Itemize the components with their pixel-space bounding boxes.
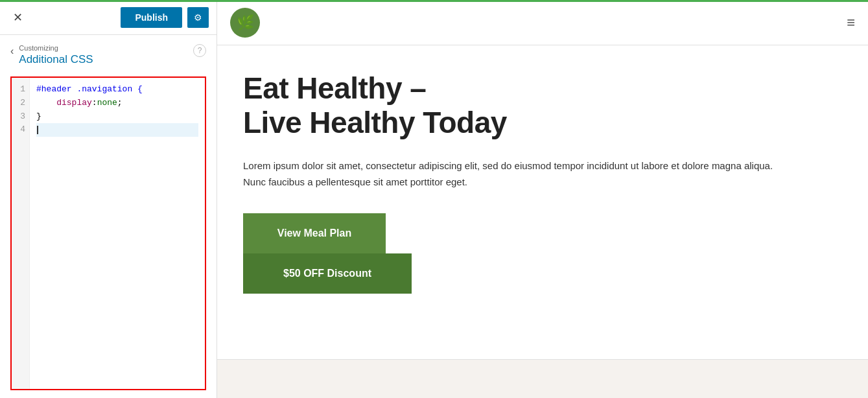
hero-description: Lorem ipsum dolor sit amet, consectetur … bbox=[243, 158, 775, 191]
gear-button[interactable]: ⚙ bbox=[187, 7, 209, 28]
discount-button[interactable]: $50 OFF Discount bbox=[243, 253, 412, 294]
customizer-title: Additional CSS bbox=[19, 53, 193, 66]
customizer-header: ‹ Customizing Additional CSS ? bbox=[0, 35, 217, 69]
line-numbers: 1 2 3 4 bbox=[12, 78, 30, 389]
code-line-3: } bbox=[36, 110, 198, 124]
help-icon[interactable]: ? bbox=[193, 44, 206, 57]
hero-title-line1: Eat Healthy – bbox=[243, 71, 426, 105]
css-selector: #header .navigation { bbox=[36, 83, 143, 97]
code-content[interactable]: #header .navigation { display: none; } bbox=[30, 78, 205, 389]
customizer-title-group: Customizing Additional CSS bbox=[19, 44, 193, 66]
line-number-4: 4 bbox=[16, 123, 25, 137]
hero-title-line2: Live Healthy Today bbox=[243, 106, 507, 139]
preview-header: 🌿 ≡ bbox=[217, 0, 868, 45]
code-line-2: display: none; bbox=[36, 97, 198, 110]
preview-footer bbox=[217, 359, 868, 398]
publish-button[interactable]: Publish bbox=[121, 7, 182, 28]
css-value: none bbox=[97, 97, 117, 110]
close-button[interactable]: ✕ bbox=[8, 8, 28, 27]
css-editor[interactable]: 1 2 3 4 #header .navigation { display: n… bbox=[10, 76, 206, 390]
line-number-1: 1 bbox=[16, 83, 25, 97]
hero-title: Eat Healthy – Live Healthy Today bbox=[243, 71, 836, 140]
back-button[interactable]: ‹ bbox=[10, 45, 14, 57]
css-property: display bbox=[56, 97, 92, 110]
view-meal-plan-button[interactable]: View Meal Plan bbox=[243, 213, 386, 253]
customizing-label: Customizing bbox=[19, 44, 193, 52]
cta-buttons: View Meal Plan $50 OFF Discount bbox=[243, 213, 412, 294]
site-logo: 🌿 bbox=[230, 8, 260, 38]
css-bracket: } bbox=[36, 110, 41, 124]
code-line-4 bbox=[36, 123, 198, 137]
left-panel: ✕ Publish ⚙ ‹ Customizing Additional CSS… bbox=[0, 0, 217, 398]
line-number-3: 3 bbox=[16, 110, 25, 124]
line-number-2: 2 bbox=[16, 97, 25, 110]
right-panel: 🌿 ≡ Eat Healthy – Live Healthy Today Lor… bbox=[217, 0, 868, 398]
progress-bar bbox=[0, 0, 868, 2]
preview-content: Eat Healthy – Live Healthy Today Lorem i… bbox=[217, 45, 868, 359]
publish-area: Publish ⚙ bbox=[121, 7, 209, 28]
hamburger-icon[interactable]: ≡ bbox=[847, 14, 855, 31]
leaf-icon: 🌿 bbox=[237, 14, 254, 31]
text-cursor bbox=[37, 126, 38, 134]
top-bar: ✕ Publish ⚙ bbox=[0, 0, 217, 35]
code-line-1: #header .navigation { bbox=[36, 83, 198, 97]
